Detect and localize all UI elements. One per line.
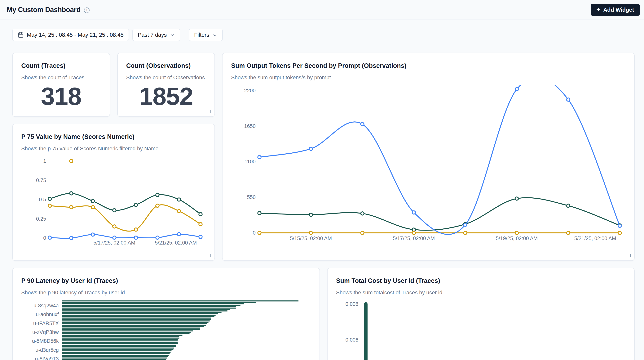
widget-title: P 75 Value by Name (Scores Numeric) xyxy=(21,133,206,141)
svg-text:5/17/25, 02:00 AM: 5/17/25, 02:00 AM xyxy=(93,240,135,246)
calendar-icon xyxy=(18,32,24,38)
date-range-value: May 14, 25 : 08:45 - May 21, 25 : 08:45 xyxy=(27,32,124,38)
widget-p90-latency: P 90 Latency by User Id (Traces) Shows t… xyxy=(12,268,320,360)
svg-text:5/17/25, 02:00 AM: 5/17/25, 02:00 AM xyxy=(393,235,435,241)
chevron-down-icon xyxy=(170,33,175,38)
widget-subtitle: Shows the count of Observations xyxy=(126,74,206,81)
date-range-picker[interactable]: May 14, 25 : 08:45 - May 21, 25 : 08:45 xyxy=(12,29,129,41)
svg-text:u-8fVa9T3: u-8fVa9T3 xyxy=(35,356,59,360)
svg-text:1: 1 xyxy=(43,158,46,164)
widget-subtitle: Shows the count of Traces xyxy=(21,74,101,81)
filters-label: Filters xyxy=(194,32,209,38)
chevron-down-icon xyxy=(212,33,217,38)
filters-dropdown[interactable]: Filters xyxy=(189,29,223,41)
svg-text:5/21/25, 02:00 AM: 5/21/25, 02:00 AM xyxy=(155,240,197,246)
svg-text:0: 0 xyxy=(253,230,256,236)
add-widget-label: Add Widget xyxy=(603,7,634,13)
widget-title: P 90 Latency by User Id (Traces) xyxy=(21,277,311,285)
p90-bar-chart: u-8sq2w4au-aobnuxfu-tFAR5TXu-zVqP3hwu-5M… xyxy=(21,300,311,360)
widget-title: Sum Total Cost by User Id (Traces) xyxy=(336,277,626,285)
widget-subtitle: Shows the p 75 value of Scores Numeric f… xyxy=(21,145,206,152)
widget-subtitle: Shows the sum totalcost of Traces by use… xyxy=(336,289,626,296)
widget-count-observations: Count (Observations) Shows the count of … xyxy=(117,53,215,117)
svg-text:0.006: 0.006 xyxy=(345,337,358,343)
p75-line-chart: 00.250.50.7515/17/25, 02:00 AM5/21/25, 0… xyxy=(21,156,206,246)
svg-text:0.25: 0.25 xyxy=(36,216,46,222)
resize-handle-icon[interactable] xyxy=(208,110,211,113)
widget-subtitle: Shows the sum output tokens/s by prompt xyxy=(231,74,626,81)
date-preset-dropdown[interactable]: Past 7 days xyxy=(132,29,180,41)
widget-title: Count (Traces) xyxy=(21,62,101,70)
dashboard-main: May 14, 25 : 08:45 - May 21, 25 : 08:45 … xyxy=(0,29,644,360)
svg-text:u-aobnuxf: u-aobnuxf xyxy=(36,311,59,317)
svg-text:u-zVqP3hw: u-zVqP3hw xyxy=(32,329,59,335)
svg-text:u-tFAR5TX: u-tFAR5TX xyxy=(33,320,59,326)
svg-text:5/15/25, 02:00 AM: 5/15/25, 02:00 AM xyxy=(290,235,332,241)
widget-subtitle: Shows the p 90 latency of Traces by user… xyxy=(21,289,311,296)
info-icon[interactable]: i xyxy=(84,8,90,13)
date-preset-value: Past 7 days xyxy=(138,32,167,38)
resize-handle-icon[interactable] xyxy=(103,110,106,113)
svg-text:5/21/25, 02:00 AM: 5/21/25, 02:00 AM xyxy=(574,235,616,241)
tokens-line-chart: 05501100165022005/15/25, 02:00 AM5/17/25… xyxy=(231,85,626,242)
widget-title: Sum Output Tokens Per Second by Prompt (… xyxy=(231,62,626,70)
widget-p75-scores: P 75 Value by Name (Scores Numeric) Show… xyxy=(12,124,215,261)
svg-text:u-5M8D56k: u-5M8D56k xyxy=(32,338,59,344)
svg-text:0.5: 0.5 xyxy=(39,197,46,202)
svg-text:550: 550 xyxy=(247,194,256,200)
svg-text:u-8sq2w4a: u-8sq2w4a xyxy=(34,303,59,308)
svg-text:2200: 2200 xyxy=(244,88,256,94)
svg-text:5/19/25, 02:00 AM: 5/19/25, 02:00 AM xyxy=(496,235,538,241)
svg-text:0.75: 0.75 xyxy=(36,178,46,183)
plus-icon: + xyxy=(596,6,600,13)
widget-tokens-per-second: Sum Output Tokens Per Second by Prompt (… xyxy=(222,53,635,261)
widget-total-cost: Sum Total Cost by User Id (Traces) Shows… xyxy=(327,268,635,360)
svg-text:1100: 1100 xyxy=(244,159,256,165)
page-title: My Custom Dashboard xyxy=(7,6,80,14)
svg-text:0: 0 xyxy=(43,235,46,241)
add-widget-button[interactable]: + Add Widget xyxy=(590,4,640,16)
page-header: My Custom Dashboard i + Add Widget xyxy=(0,0,644,20)
widget-grid: Count (Traces) Shows the count of Traces… xyxy=(12,53,635,360)
svg-text:1650: 1650 xyxy=(244,123,256,129)
svg-text:0.008: 0.008 xyxy=(345,301,358,307)
cost-bar-chart: 0.0080.006 xyxy=(336,300,626,360)
filter-row: May 14, 25 : 08:45 - May 21, 25 : 08:45 … xyxy=(12,29,635,41)
resize-handle-icon[interactable] xyxy=(208,254,211,257)
widget-count-traces: Count (Traces) Shows the count of Traces… xyxy=(12,53,110,117)
svg-text:u-d3qr5cg: u-d3qr5cg xyxy=(36,347,59,353)
resize-handle-icon[interactable] xyxy=(627,254,631,257)
widget-title: Count (Observations) xyxy=(126,62,206,70)
count-observations-value: 1852 xyxy=(126,84,206,109)
count-traces-value: 318 xyxy=(21,84,101,109)
